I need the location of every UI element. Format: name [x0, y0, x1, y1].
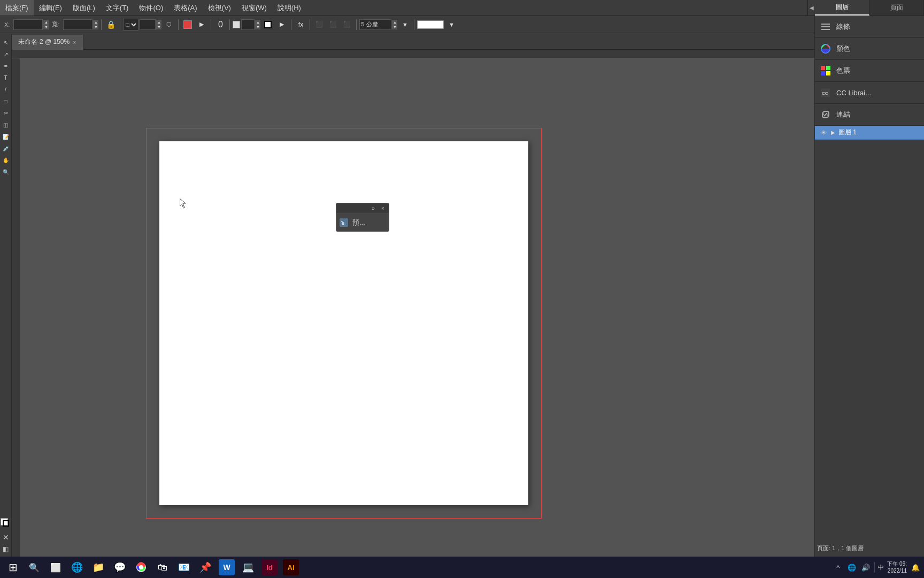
notification-icon[interactable]: 🔔 — [910, 562, 921, 573]
color-dropdown[interactable]: ▼ — [445, 18, 458, 31]
lines-svg — [820, 21, 831, 32]
search-button[interactable]: 🔍 — [25, 558, 44, 577]
w-coord-input[interactable]: ▲▼ — [63, 19, 98, 30]
tab-layers[interactable]: 圖層 — [815, 0, 869, 16]
expand-stroke-icon[interactable]: ▶ — [275, 18, 288, 31]
menu-layout[interactable]: 版面(L) — [67, 0, 101, 16]
gradient-tool-btn[interactable]: ◫ — [1, 119, 11, 130]
more-apps-icon[interactable]: 📌 — [196, 558, 215, 577]
indesign-icon[interactable]: Id — [260, 558, 279, 577]
opacity-icon[interactable]: 0 — [214, 18, 227, 31]
tray-overflow-icon[interactable]: ^ — [833, 562, 843, 573]
section-links[interactable]: 連結 — [815, 104, 924, 126]
hand-tool-btn[interactable]: ✋ — [1, 155, 11, 165]
word-icon-badge: W — [219, 559, 235, 575]
eyedropper-btn[interactable]: 💉 — [1, 143, 11, 154]
stroke-swatch-bottom[interactable] — [3, 520, 9, 527]
panel-close-btn[interactable]: × — [379, 205, 387, 212]
apply-none-btn[interactable]: ✕ — [1, 532, 11, 543]
color-svg — [820, 43, 831, 54]
illustrator-icon[interactable]: Ai — [281, 558, 301, 577]
file-explorer-icon[interactable]: 📁 — [89, 558, 108, 577]
tab-close-btn[interactable]: × — [73, 39, 76, 45]
section-lines[interactable]: 線條 — [815, 16, 924, 38]
language-indicator[interactable]: 中 — [878, 564, 884, 572]
layer-visibility-icon[interactable]: 👁 — [819, 128, 828, 137]
start-button[interactable]: ⊞ — [3, 558, 22, 577]
scissors-tool-btn[interactable]: ✂ — [1, 108, 11, 118]
x-coord-input[interactable]: ▲▼ — [13, 19, 49, 30]
direct-selection-btn[interactable]: ↗ — [1, 49, 11, 59]
tab-pages[interactable]: 頁面 — [869, 0, 924, 16]
section-color[interactable]: 顏色 — [815, 38, 924, 60]
stroke-swatch[interactable] — [261, 18, 274, 31]
expand-fill-icon[interactable]: ▶ — [195, 18, 208, 31]
wechat-icon[interactable]: 💬 — [110, 558, 129, 577]
panel-label[interactable]: 預... — [352, 218, 365, 227]
constrain-proportions-icon[interactable]: 🔒 — [104, 18, 117, 31]
fill-color-swatch[interactable] — [181, 18, 194, 31]
section-cc-libraries[interactable]: CC CC Librai... — [815, 82, 924, 104]
ruler-h-svg: (function(){ var svg = document.currentS… — [12, 50, 924, 58]
menu-text[interactable]: 文字(T) — [101, 0, 134, 16]
canvas-area: » × 🖱 預... — [20, 58, 814, 557]
right-panel-collapse-btn[interactable]: ◀ — [807, 0, 815, 16]
svg-point-16 — [139, 565, 143, 569]
menu-file[interactable]: 檔案(F) — [0, 0, 34, 16]
svg-rect-10 — [826, 66, 830, 70]
mail-icon[interactable]: 📧 — [174, 558, 194, 577]
panel-expand-btn[interactable]: » — [369, 205, 377, 212]
pen-tool-btn[interactable]: ✒ — [1, 60, 11, 71]
rect-tool-btn[interactable]: □ — [1, 96, 11, 107]
document-tab[interactable]: 未命名-2 @ 150% × — [12, 35, 83, 50]
teams-icon[interactable]: 💻 — [238, 558, 258, 577]
distribute-dropdown[interactable]: ▼ — [398, 18, 411, 31]
floating-panel-content: 🖱 預... — [336, 214, 389, 231]
cc-svg: CC — [820, 87, 831, 98]
view-mode-btn[interactable]: ◧ — [1, 544, 11, 554]
vertical-ruler: (function(){ var svg = document.currentS… — [12, 58, 20, 557]
tint-input[interactable]: ▲▼ — [241, 19, 260, 30]
transform-dropdown[interactable]: □ — [123, 19, 138, 31]
note-tool-btn[interactable]: 📝 — [1, 131, 11, 142]
menu-object[interactable]: 物件(O) — [134, 0, 168, 16]
svg-rect-0 — [12, 50, 924, 58]
menu-window[interactable]: 視窗(W) — [236, 0, 272, 16]
align-left-icon[interactable]: ⬛ — [313, 18, 326, 31]
menu-view[interactable]: 檢視(V) — [203, 0, 236, 16]
volume-icon[interactable]: 🔊 — [860, 562, 871, 573]
selection-tool-btn[interactable]: ↖ — [1, 37, 11, 48]
fx-icon[interactable]: fx — [294, 18, 307, 31]
menu-table[interactable]: 表格(A) — [168, 0, 202, 16]
menu-help[interactable]: 說明(H) — [272, 0, 306, 16]
transform-icon[interactable]: ⬡ — [163, 18, 175, 31]
preview-icon-svg: 🖱 — [338, 217, 349, 228]
floating-panel: » × 🖱 預... — [336, 203, 389, 232]
svg-text:CC: CC — [822, 91, 828, 96]
right-panel-tabs: 圖層 頁面 — [815, 0, 924, 16]
text-tool-btn[interactable]: T — [1, 72, 11, 83]
menu-edit[interactable]: 編輯(E) — [34, 0, 67, 16]
layer-item-1[interactable]: 👁 ▶ 圖層 1 — [815, 126, 924, 140]
edge-icon[interactable]: 🌐 — [67, 558, 87, 577]
w-coord-label: 寬: — [50, 20, 61, 28]
align-right-icon[interactable]: ⬛ — [341, 18, 353, 31]
section-cc-label: CC Librai... — [836, 89, 871, 97]
zoom-tool-btn[interactable]: 🔍 — [1, 166, 11, 177]
align-center-icon[interactable]: ⬛ — [327, 18, 340, 31]
store-icon[interactable]: 🛍 — [153, 558, 172, 577]
cc-libraries-icon: CC — [819, 86, 832, 99]
section-lines-label: 線條 — [836, 22, 850, 32]
layers-panel: 👁 ▶ 圖層 1 — [815, 126, 924, 557]
system-clock[interactable]: 下午 09: 2022/11 — [887, 560, 907, 574]
section-swatches[interactable]: 色票 — [815, 60, 924, 82]
word-icon[interactable]: W — [217, 558, 236, 577]
chrome-icon[interactable] — [132, 558, 151, 577]
page-info: 頁面: 1，1 個圖層 — [817, 544, 922, 552]
layer-expand-icon[interactable]: ▶ — [831, 130, 835, 135]
task-view-btn[interactable]: ⬜ — [46, 558, 65, 577]
line-tool-btn[interactable]: / — [1, 84, 11, 95]
rotation-input[interactable]: ▲▼ — [140, 19, 161, 30]
stroke-width-input[interactable]: 5 公釐 ▲▼ — [359, 19, 397, 30]
network-icon[interactable]: 🌐 — [846, 562, 857, 573]
